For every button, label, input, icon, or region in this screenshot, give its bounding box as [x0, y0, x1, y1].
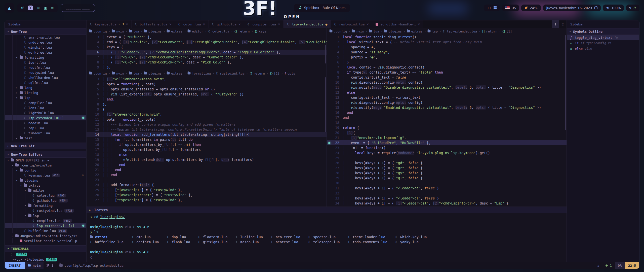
breadcrumb-item-formatting[interactable]: formatting	[187, 72, 211, 75]
workspace-rune-icon[interactable]: Y	[28, 6, 33, 10]
breadcrumb-item-lsp[interactable]: lsp	[427, 29, 438, 33]
tree-item-OPEN BUFFERS in ~[interactable]: ▾OPEN BUFFERS in ~	[5, 158, 86, 163]
git-branch-segment[interactable]: 1	[44, 262, 56, 269]
window-title-pill[interactable]: ________ ____	[61, 4, 95, 12]
breadcrumb-item-return[interactable]: []return	[249, 72, 265, 75]
tree-item-color.lua[interactable]: ☾color.lua#493	[5, 193, 86, 198]
tab-compiler.lua[interactable]: ☾compiler.lua×	[244, 20, 284, 28]
tree-item-shellharden.lua[interactable]: ☾shellharden.lua	[5, 75, 86, 80]
tree-item-scrollbar-handle-vertical.p[interactable]: scrollbar-handle-vertical.p	[5, 238, 86, 243]
tree-item-winshift.lua[interactable]: ☾winshift.lua	[5, 45, 86, 50]
power-module[interactable]: 9	[626, 5, 639, 11]
tab-color.lua[interactable]: ☾color.lua×	[175, 20, 209, 28]
tree-item-sqlfmt.lua[interactable]: ☾sqlfmt.lua	[5, 80, 86, 85]
tree-item-repl.lua[interactable]: ☾repl.lua	[5, 125, 86, 130]
close-icon[interactable]: ×	[367, 22, 369, 26]
file-icon[interactable]: ≡	[51, 6, 54, 10]
floaterm-terminal[interactable]: ❯ cd lua/plugins/ nvim/lua/plugins via ☾…	[87, 213, 567, 262]
breadcrumb-item-nvim[interactable]: nvim	[112, 72, 124, 75]
neotree-git-header[interactable]: ▸ Neo-Tree Git	[5, 143, 86, 149]
close-icon[interactable]: ×	[169, 22, 171, 26]
breadcrumb-item-nvim[interactable]: nvim	[352, 29, 364, 33]
tree-item-lightbulb.lua[interactable]: ☾lightbulb.lua	[5, 110, 86, 115]
symbol-toggle_diag_virtext[interactable]: ƒtoggle_diag_virtextfu	[567, 35, 639, 40]
link-icon[interactable]: ∞	[37, 6, 40, 10]
tab-bufferline.lua[interactable]: ☾bufferline.lua×	[132, 20, 175, 28]
breadcrumb-item-plugins[interactable]: plugins	[144, 72, 162, 75]
tree-item-neodim.lua[interactable]: ☾neodim.lua	[5, 120, 86, 125]
scrollbar-handle[interactable]	[325, 45, 326, 64]
tree-item-rustfmt.lua[interactable]: ☾rustfmt.lua	[5, 65, 86, 70]
music-widget[interactable]: Spiritbox - Rule Of Nines	[294, 4, 350, 12]
close-icon[interactable]: ×	[418, 22, 420, 26]
tree-item-lsp[interactable]: ▾lsp	[5, 95, 86, 100]
window-count-module[interactable]: 11	[484, 5, 500, 11]
breadcrumb-item-extras[interactable]: extras	[167, 29, 182, 33]
file-path-segment[interactable]: .config/…/lsp/lsp-extended.lua	[56, 262, 127, 269]
breadcrumb-item-editor[interactable]: editor	[187, 29, 203, 33]
close-icon[interactable]: ×	[278, 22, 280, 26]
breadcrumb-item-extras[interactable]: extras	[167, 72, 182, 75]
tree-item-linting[interactable]: ▸linting	[5, 90, 86, 95]
tab-lsp-extended.lua[interactable]: ☾lsp-extended.lua●	[284, 20, 331, 28]
symbol-if[interactable]: ◇ifif type(config.vi	[567, 40, 639, 46]
scrollbar-handle[interactable]	[565, 35, 566, 130]
grid-icon[interactable]: ▣	[44, 6, 47, 10]
refresh-icon[interactable]: ↺	[21, 6, 24, 10]
tree-item-formatting[interactable]: ▾formatting	[5, 203, 86, 208]
tab-page-1[interactable]: 1	[552, 20, 559, 28]
tree-item-rustywind.lua[interactable]: ☾rustywind.lua#726	[5, 208, 86, 213]
scrollbar-handle[interactable]	[325, 77, 326, 132]
code-area-color-lua[interactable]: 3│ event = { "BufRead" },4│ cmd = { [1]"…	[87, 34, 327, 70]
breadcrumb-item-.config[interactable]: .config	[89, 29, 107, 33]
tree-item-compiler.lua[interactable]: ☾compiler.lua#682	[5, 218, 86, 223]
tree-item-editor[interactable]: ▾editor	[5, 188, 86, 193]
keyboard-layout-module[interactable]: US	[502, 5, 519, 11]
tree-item-formatting[interactable]: ▾formatting	[5, 55, 86, 60]
tree-item-timeout.lua[interactable]: ☾timeout.lua	[5, 130, 86, 135]
terminals-header[interactable]: ▾ TERMINALS	[5, 245, 86, 252]
code-area-lsp-extended-lua[interactable]: 1local function toggle_diag_virtext()2│ …	[327, 34, 567, 207]
tab-github.lua[interactable]: ☾github.lua×	[209, 20, 244, 28]
tree-item-~/.c/n/l/plugins[interactable]: ~/.c/n/l/plugins#3980	[5, 257, 86, 262]
tree-item-isort.lua[interactable]: ☾isort.lua	[5, 60, 86, 65]
launcher-button[interactable]: ▲	[5, 3, 14, 13]
breadcrumb-item-plugins[interactable]: plugins	[384, 29, 402, 33]
tree-item-lsp-extended.lu[+][interactable]: ☾lsp-extended.lu[+]	[5, 115, 86, 120]
tree-item-compiler.lua[interactable]: ☾compiler.lua	[5, 100, 86, 105]
breadcrumb-item-keys[interactable]: {}keys	[255, 29, 266, 33]
breadcrumb-item-nvim[interactable]: nvim	[112, 29, 124, 33]
date-module[interactable]: jueves, noviembre 16, 2023	[543, 5, 600, 11]
breadcrumb-item-lsp-extended.lua[interactable]: ☾lsp-extended.lua	[442, 29, 477, 33]
breadcrumb-item-plugins[interactable]: plugins	[144, 29, 162, 33]
tab-page-2[interactable]: 2	[559, 20, 567, 28]
close-icon[interactable]: ×	[203, 22, 205, 26]
tree-item-test[interactable]: ▸test	[5, 135, 86, 141]
tree-item-extras[interactable]: ▾extras	[5, 183, 86, 188]
symbol-else[interactable]: ◇elseelse	[567, 46, 639, 51]
tab-keymaps.lua[interactable]: ☾keymaps.lua⚠ 3×	[87, 20, 132, 28]
breadcrumb-item-.config[interactable]: .config	[89, 72, 107, 75]
volume-module[interactable]: 100%	[603, 5, 624, 11]
tab-rustywind.lua[interactable]: ☾rustywind.lua×	[331, 20, 372, 28]
tree-item-keymaps.lua[interactable]: ☾keymaps.lua#10⚠	[5, 173, 86, 178]
breadcrumb-item-lua[interactable]: lua	[369, 29, 379, 33]
tree-item-worktree.lua[interactable]: ☾worktree.lua	[5, 50, 86, 55]
close-icon[interactable]: ×	[238, 22, 240, 26]
breadcrumb-item-rustywind.lua[interactable]: ☾rustywind.lua	[216, 72, 245, 75]
breadcrumb-item-[2][interactable]: {}[2]	[270, 72, 279, 75]
tree-item-Juegos/Indies/SteamLibrary/st[interactable]: ▸Juegos/Indies/SteamLibrary/st	[5, 233, 86, 238]
close-icon[interactable]: ×	[126, 22, 128, 26]
code-area-rustywind-lua[interactable]: 3│ [1]"williamboman/mason.nvim",4│ opts …	[87, 76, 327, 207]
breadcrumb-item-opts[interactable]: ƒopts	[285, 72, 295, 75]
breadcrumb-item-return[interactable]: []return	[482, 29, 497, 33]
tree-item-#2859[interactable]: #2859	[5, 252, 86, 257]
breadcrumb-item-extras[interactable]: extras	[407, 29, 423, 33]
neotree-section-header[interactable]: ▾ Neo-Tree	[5, 28, 86, 35]
neotree-buffers-header[interactable]: ▾ Neo-Tree Buffers	[5, 151, 86, 158]
tree-item-lens.lua[interactable]: ☾lens.lua	[5, 105, 86, 110]
symbols-outline-header[interactable]: ▾ Symbols Outline	[567, 28, 639, 35]
tree-item-lsp-extended.lu [+][interactable]: ☾lsp-extended.lu [+]	[5, 223, 86, 228]
breadcrumb-item-.config[interactable]: .config	[329, 29, 347, 33]
breadcrumb-item-lua[interactable]: lua	[129, 29, 139, 33]
